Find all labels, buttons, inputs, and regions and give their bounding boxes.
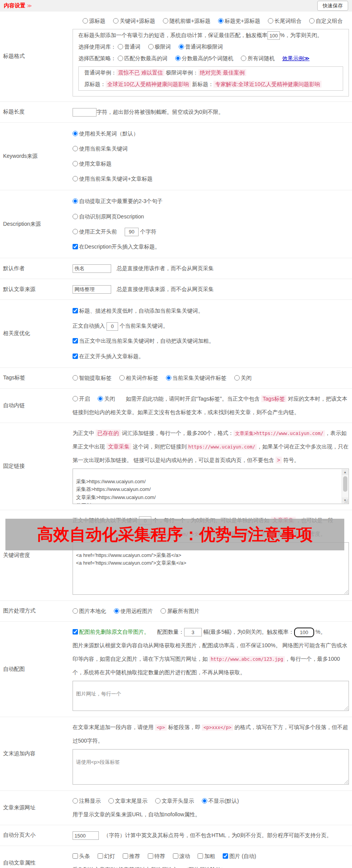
radio-related-longtail[interactable]: 使用相关长尾词（默认） xyxy=(73,126,343,141)
radio-input[interactable] xyxy=(113,18,118,24)
checkbox-input[interactable] xyxy=(73,308,78,313)
radio-start-display[interactable]: 文章开头显示 xyxy=(155,794,194,808)
fixed-links-textarea[interactable]: 采集>https://www.ucaiyun.com/ 采集器>https://… xyxy=(73,469,349,504)
radio-input[interactable] xyxy=(114,608,119,614)
checkbox-bold[interactable]: 加粗 xyxy=(198,849,215,863)
radio-input[interactable] xyxy=(202,798,207,804)
checkbox-bold-keywords[interactable]: 当正文中出现当前采集关键词时，自动把该关键词加粗。 xyxy=(73,333,343,349)
resize-handle-icon[interactable] xyxy=(344,706,348,710)
checkbox-input[interactable] xyxy=(73,629,78,635)
radio-source-title[interactable]: 源标题 xyxy=(83,15,105,27)
radio-input[interactable] xyxy=(179,44,184,49)
radio-input[interactable] xyxy=(166,375,171,381)
image-urls-textarea[interactable]: 图片网址，每行一个 xyxy=(73,681,349,711)
desc-chars-input[interactable] xyxy=(125,228,139,236)
checkbox-input[interactable] xyxy=(73,338,78,343)
checkbox-input[interactable] xyxy=(98,853,103,859)
checkbox-input[interactable] xyxy=(198,853,203,859)
radio-top5-random[interactable]: 分数最高的5个词随机 xyxy=(175,52,234,64)
checkbox-input[interactable] xyxy=(73,853,78,859)
radio-both-words[interactable]: 普通词和极限词 xyxy=(179,41,223,52)
radio-input[interactable] xyxy=(83,18,88,24)
radio-input[interactable] xyxy=(73,131,78,136)
checkbox-input[interactable] xyxy=(73,244,78,249)
radio-input[interactable] xyxy=(118,44,123,49)
checkbox-headline[interactable]: 头条 xyxy=(73,849,90,863)
radio-auto-extract-sentences[interactable]: 自动提取正文中最重要的2-3个句子 xyxy=(73,194,343,209)
radio-input[interactable] xyxy=(73,198,78,204)
radio-smart-tags[interactable]: 智能提取标签 xyxy=(73,371,112,385)
radio-current-keywords[interactable]: 使用当前采集关键词 xyxy=(73,141,343,156)
checkbox-input[interactable] xyxy=(223,853,228,859)
radio-input[interactable] xyxy=(73,146,78,151)
checkbox-image-auto[interactable]: 图片 (自动) xyxy=(223,849,256,863)
radio-input[interactable] xyxy=(73,229,78,234)
checkbox-insert-title-body[interactable]: 在正文开头插入文章标题。 xyxy=(73,349,343,364)
radio-localize-images[interactable]: 图片本地化 xyxy=(73,604,106,618)
checkbox-add-keywords-low-relevance[interactable]: 标题、描述相关度低时，自动添加当前采集关键词。 xyxy=(73,303,343,318)
radio-input[interactable] xyxy=(218,18,223,24)
radio-input[interactable] xyxy=(73,798,78,804)
radio-input[interactable] xyxy=(268,18,273,24)
pic-count-input[interactable] xyxy=(184,628,202,636)
radio-input[interactable] xyxy=(118,56,123,61)
radio-input[interactable] xyxy=(73,176,78,181)
radio-input[interactable] xyxy=(119,375,125,381)
scroll-up-icon[interactable]: ▲ xyxy=(342,469,348,475)
radio-normal-words[interactable]: 普通词 xyxy=(118,41,140,52)
quick-save-button[interactable]: 快速保存 xyxy=(317,1,348,11)
append-content-textarea[interactable]: 请使用<p>段落标签 xyxy=(73,749,349,785)
radio-input[interactable] xyxy=(108,798,114,804)
default-author-input[interactable] xyxy=(73,264,111,273)
radio-related-tags[interactable]: 相关词作标签 xyxy=(119,371,158,385)
radio-tags-off[interactable]: 关闭 xyxy=(234,371,252,385)
default-source-input[interactable] xyxy=(73,285,111,294)
trigger-prob-input[interactable] xyxy=(267,31,280,40)
checkbox-slideshow[interactable]: 幻灯 xyxy=(98,849,115,863)
page-title[interactable]: 内容设置 ≫ xyxy=(4,2,32,9)
radio-input[interactable] xyxy=(98,396,103,401)
checkbox-special[interactable]: 特荐 xyxy=(148,849,165,863)
radio-input[interactable] xyxy=(73,214,78,219)
radio-remote-images[interactable]: 使用远程图片 xyxy=(114,604,153,618)
radio-extreme-words[interactable]: 极限词 xyxy=(148,41,171,52)
radio-clickbait-source-title[interactable]: 标题党+源标题 xyxy=(218,15,260,27)
radio-input[interactable] xyxy=(234,375,240,381)
radio-no-display[interactable]: 不显示(默认) xyxy=(202,794,239,808)
radio-input[interactable] xyxy=(241,56,246,61)
resize-handle-icon[interactable] xyxy=(344,590,348,594)
insert-keywords-count-input[interactable] xyxy=(107,322,118,331)
resize-handle-icon[interactable] xyxy=(344,780,348,784)
radio-input[interactable] xyxy=(309,18,315,24)
radio-innerlink-on[interactable]: 开启 xyxy=(73,392,90,406)
radio-input[interactable] xyxy=(73,396,78,401)
radio-comment-display[interactable]: 注释显示 xyxy=(73,794,101,808)
checkbox-remove-original-images[interactable]: 配图前先删除原文自带图片。 xyxy=(73,625,149,639)
scrollbar[interactable]: ▲ ▼ xyxy=(342,469,348,503)
radio-input[interactable] xyxy=(161,608,166,614)
radio-input[interactable] xyxy=(148,44,154,49)
title-length-input[interactable] xyxy=(73,108,96,117)
pic-prob-input[interactable] xyxy=(294,628,314,637)
radio-input[interactable] xyxy=(73,161,78,166)
radio-input[interactable] xyxy=(155,798,161,804)
scroll-thumb[interactable] xyxy=(343,476,347,492)
radio-original-description[interactable]: 自动识别原网页Description xyxy=(73,209,343,224)
radio-innerlink-off[interactable]: 关闭 xyxy=(98,392,115,406)
page-size-input[interactable] xyxy=(73,831,99,840)
checkbox-input[interactable] xyxy=(173,853,178,859)
radio-input[interactable] xyxy=(73,375,78,381)
radio-longtail-combo[interactable]: 长尾词组合 xyxy=(268,15,301,27)
radio-input[interactable] xyxy=(175,56,181,61)
radio-custom-combo[interactable]: 自定义组合 xyxy=(309,15,343,27)
radio-end-display[interactable]: 文章末尾显示 xyxy=(108,794,147,808)
radio-input[interactable] xyxy=(73,608,78,614)
checkbox-insert-title-description[interactable]: 在Description开头插入文章标题。 xyxy=(73,239,343,254)
checkbox-scroll[interactable]: 滚动 xyxy=(173,849,190,863)
radio-prefix-source-title[interactable]: 随机前缀+源标题 xyxy=(163,15,210,27)
radio-keyword-source-title[interactable]: 关键词+源标题 xyxy=(113,15,155,27)
radio-keyword-tags[interactable]: 当前采集关键词作标签 xyxy=(166,371,227,385)
radio-input[interactable] xyxy=(163,18,168,24)
radio-keywords-plus-title[interactable]: 使用当前采集关键词+文章标题 xyxy=(73,171,343,186)
checkbox-input[interactable] xyxy=(123,853,128,859)
